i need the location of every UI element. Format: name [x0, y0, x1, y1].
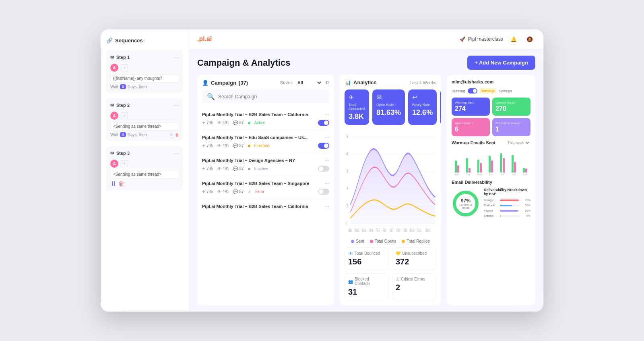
svg-text:Feb 11: Feb 11 [417, 228, 421, 233]
opens-stat: 👁 491 [217, 189, 229, 194]
campaign-menu[interactable]: ··· [325, 180, 329, 186]
opens-stat: 👁 491 [217, 143, 229, 148]
notification-bell[interactable]: 🔔 [508, 33, 519, 45]
bar-pink [514, 162, 516, 173]
stat-card-value: 💰 Potential Value $48,800 [440, 89, 441, 125]
wait-label: Wait [110, 85, 118, 89]
status-text: Active [254, 121, 265, 125]
warmup-bar-chart: Mon Tue [452, 148, 530, 176]
sent-stat: ✈ 735 [202, 166, 213, 171]
bottom-stats: 📧 Total Bounced 156 💛 Unsubscribed [345, 247, 436, 300]
week-select[interactable]: This week Last week [506, 140, 530, 145]
add-campaign-button[interactable]: + Add New Campaign [467, 56, 535, 70]
filter-icon[interactable]: ⧉ [326, 79, 329, 86]
promo-saved-card: Promotion Saved 1 [492, 118, 530, 136]
search-icon: 🔍 [207, 93, 215, 100]
wait-text-1: Days, then [128, 85, 147, 89]
warmup-email: mim@uisharks.com [452, 79, 493, 84]
svg-text:Feb 9: Feb 9 [404, 228, 407, 233]
status-text: Inactive [254, 166, 268, 171]
step-3-menu[interactable]: ··· [174, 150, 179, 156]
bar-pink [503, 158, 505, 173]
avatar-a-3: A [110, 160, 118, 168]
delete-icon[interactable]: 🗑 [175, 133, 179, 137]
running-toggle[interactable] [468, 88, 477, 94]
svg-text:1K: 1K [347, 203, 349, 209]
status-dot [248, 168, 250, 170]
wc-label: Warmup Sent [455, 101, 487, 104]
campaign-toggle[interactable] [318, 120, 329, 126]
email-icon-3: ✉ [110, 151, 114, 156]
warmup-badge: Warmup [480, 88, 497, 94]
status-text: Finished [254, 143, 270, 148]
campaign-item: Pipl.ai Monthly Trial – B2B Sales Team –… [202, 107, 329, 130]
main-content: .pl.ai 🚀 Pipl masterclass 🔔 🔕 Campaign &… [189, 29, 543, 312]
settings-link[interactable]: Settings [499, 89, 512, 93]
bar-label: Mon [454, 173, 459, 176]
add-step-btn-3[interactable]: + [121, 160, 128, 167]
bar-pink [457, 165, 459, 173]
chart-legend: Sent Total Opens Total Replies [345, 239, 436, 243]
add-step-btn[interactable]: + [121, 64, 128, 71]
page-header: Campaign & Analytics + Add New Campaign [197, 56, 535, 70]
notification-alt[interactable]: 🔕 [524, 33, 535, 45]
analytics-chart: 5K 4K 3K 2K 1K 0 [345, 129, 436, 235]
deliverability-section: Email Deliverability 97% [452, 180, 530, 300]
search-input[interactable] [218, 94, 324, 100]
svg-text:Feb 10: Feb 10 [410, 228, 415, 233]
wait-days-2: 4 [120, 132, 126, 137]
rocket-icon: 🚀 [460, 36, 466, 42]
unsub-label: 💛 Unsubscribed [396, 251, 433, 256]
campaign-toggle[interactable] [318, 189, 329, 195]
step-2-message: <Sending as same thread> [110, 122, 179, 131]
svg-text:0: 0 [347, 220, 347, 226]
sidebar: 🔗 Sequences ✉ Step 1 ··· A + {{firstName… [101, 29, 189, 312]
wc-value: 270 [495, 105, 527, 112]
sequences-icon: 🔗 [106, 37, 113, 44]
stat-value: 3.8K [349, 112, 365, 121]
svg-text:Feb 4: Feb 4 [369, 228, 373, 233]
landed-inbox-card: Landed Inbox 270 [492, 98, 530, 116]
warmup-cards: Warmup Sent 274 Landed Inbox 270 Spam Sa… [452, 98, 530, 136]
campaign-menu[interactable]: ··· [325, 134, 329, 140]
errors-stat: ⚠ Critical Errors 2 [392, 273, 436, 300]
stat-label: Open Rate [376, 103, 401, 107]
svg-text:Feb 8: Feb 8 [397, 228, 400, 233]
content-columns: 👤 Campaign (37) Status All Active Finish… [197, 75, 535, 305]
topbar: .pl.ai 🚀 Pipl masterclass 🔔 🔕 [189, 29, 543, 49]
campaign-name: Pipl.ai Monthly Trial – Design Agencies … [202, 158, 325, 163]
masterclass-btn[interactable]: 🚀 Pipl masterclass [460, 36, 503, 42]
campaign-menu[interactable]: ··· [325, 111, 329, 117]
svg-text:5K: 5K [347, 133, 349, 139]
sent-stat: ✈ 735 [202, 121, 213, 125]
email-icon-2: ✉ [110, 103, 114, 108]
stats-cards: ✈ Total Contacted 3.8K ✉ Open Rate 81.63… [345, 89, 436, 125]
campaign-item: Pipl.ai Monthly Trial – Design Agencies … [202, 153, 329, 176]
svg-text:2K: 2K [347, 185, 349, 191]
analytics-title: 📊 Analytics [345, 79, 377, 85]
step-1-message: {{firstName}} any thoughts? [110, 74, 179, 83]
status-dot [248, 145, 250, 147]
warmup-sent-card: Warmup Sent 274 [452, 98, 490, 116]
campaigns-panel: 👤 Campaign (37) Status All Active Finish… [197, 75, 334, 305]
campaign-toggle[interactable] [318, 143, 329, 149]
esp-others: Others 5% [484, 214, 530, 218]
step-3-label: ✉ Step 3 [110, 151, 130, 156]
step-1-menu[interactable]: ··· [174, 54, 179, 60]
bar-pink [469, 168, 471, 173]
blocked-label: 👥 Blocked Contacts [348, 277, 385, 286]
status-select[interactable]: All Active Finished Inactive [296, 80, 322, 85]
delete-icon-3[interactable]: 🗑 [118, 180, 125, 187]
bar-group: Tue [463, 152, 473, 176]
campaign-menu[interactable]: ··· [325, 203, 329, 209]
add-step-btn-2[interactable]: + [121, 112, 128, 119]
campaign-menu[interactable]: ··· [325, 157, 329, 163]
pause-icon-3[interactable]: ⏸ [110, 180, 117, 187]
wait-text-2: Days, then [128, 133, 147, 137]
chart-area: 5K 4K 3K 2K 1K 0 [345, 129, 436, 235]
campaign-toggle[interactable] [318, 166, 329, 172]
step-2-menu[interactable]: ··· [174, 102, 179, 108]
bar-green [500, 153, 502, 173]
pause-icon[interactable]: ⏸ [169, 133, 173, 137]
replies-stat: 💬 87 [233, 166, 244, 171]
